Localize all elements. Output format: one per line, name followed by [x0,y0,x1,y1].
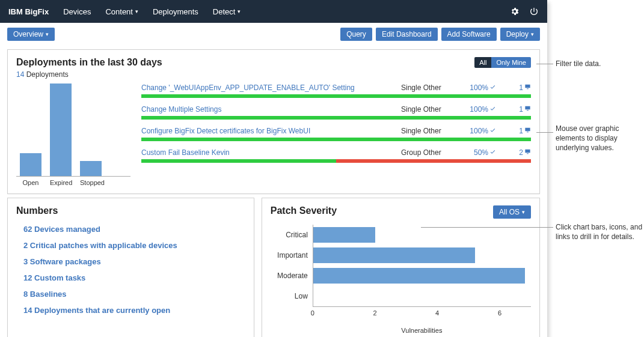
severity-label: Important [271,251,313,260]
numbers-list: 62 Devices managed2 Critical patches wit… [16,221,245,318]
deployment-link[interactable]: Custom Fail Baseline Kevin [141,148,401,157]
brand: IBM BigFix [8,7,49,16]
deployments-tile: Deployments in the last 30 days 14 Deplo… [7,49,540,194]
deployment-percent: 100% [466,105,496,114]
severity-bar-moderate[interactable] [313,268,525,284]
severity-label: Moderate [271,272,313,280]
deployments-bar-chart: Open Expired Stopped [16,83,130,186]
deploy-dropdown[interactable]: Deploy▾ [500,28,540,41]
deployment-percent: 100% [466,127,496,135]
numbers-link[interactable]: 12 Custom tasks [16,270,245,286]
filter-toggle: All Only Mine [474,57,531,68]
deployment-type: Single Other [401,105,449,114]
patch-severity-chart: CriticalImportantModerateLow [271,225,531,306]
annotation-filter: Filter tile data. [556,59,644,68]
nav-content[interactable]: Content▾ [105,7,138,16]
numbers-link[interactable]: 8 Baselines [16,286,245,302]
severity-bar-important[interactable] [313,247,475,263]
deployment-type: Single Other [401,127,449,135]
deployments-title: Deployments in the last 30 days [16,57,162,68]
deployment-type: Single Other [401,83,449,92]
caret-down-icon: ▾ [135,8,138,14]
numbers-link[interactable]: 14 Deployments that are currently open [16,302,245,318]
gear-icon[interactable] [510,7,520,16]
numbers-link[interactable]: 62 Devices managed [16,221,245,237]
deployments-subtitle: 14 Deployments [16,70,162,79]
deployment-progress-bar[interactable] [141,94,531,98]
deployment-row: Change Multiple SettingsSingle Other100%… [141,105,531,120]
numbers-tile: Numbers 62 Devices managed2 Critical pat… [7,198,254,337]
monitor-icon [524,148,531,157]
numbers-title: Numbers [16,205,245,216]
axis-tick: 4 [435,309,439,317]
overview-dropdown[interactable]: Overview▾ [7,28,55,41]
axis-tick: 2 [373,309,377,317]
deployment-progress-bar[interactable] [141,138,531,141]
deployment-link[interactable]: Configure BigFix Detect certificates for… [141,127,401,135]
caret-down-icon: ▾ [522,209,525,215]
action-row: Overview▾ Query Edit Dashboard Add Softw… [0,23,547,46]
top-navbar: IBM BigFix Devices Content▾ Deployments … [0,0,547,23]
query-button[interactable]: Query [340,28,372,41]
bar-open[interactable] [20,153,41,177]
bar-label-expired: Expired [50,179,72,186]
filter-only-mine[interactable]: Only Mine [491,57,531,68]
check-icon [489,83,496,92]
patch-severity-axis: 0 2 4 6 [313,306,531,316]
deployment-progress-bar[interactable] [141,159,531,163]
check-icon [489,148,496,157]
deployments-list: Change '_WebUIAppEnv_APP_UPDATE_ENABLE_A… [141,83,531,186]
axis-tick: 0 [311,309,314,317]
add-software-button[interactable]: Add Software [441,28,497,41]
bar-expired[interactable] [50,83,72,176]
deployment-count: 1 [513,127,531,135]
axis-tick: 6 [498,309,501,317]
bar-label-open: Open [20,179,41,186]
patch-severity-xlabel: Vulnerabilities [313,327,531,334]
deployment-count: 1 [513,105,531,114]
nav-devices[interactable]: Devices [63,7,91,16]
deployment-progress-bar[interactable] [141,116,531,120]
numbers-link[interactable]: 3 Software packages [16,254,245,270]
monitor-icon [524,83,531,92]
monitor-icon [524,105,531,114]
deployment-row: Custom Fail Baseline KevinGroup Other50%… [141,148,531,163]
severity-bar-critical[interactable] [313,227,375,243]
power-icon[interactable] [529,7,539,16]
deployment-row: Configure BigFix Detect certificates for… [141,127,531,141]
severity-label: Critical [271,231,313,239]
deployment-row: Change '_WebUIAppEnv_APP_UPDATE_ENABLE_A… [141,83,531,98]
deployment-type: Group Other [401,148,449,157]
monitor-icon [524,127,531,135]
check-icon [489,105,496,114]
bar-label-stopped: Stopped [80,179,102,186]
deployment-link[interactable]: Change '_WebUIAppEnv_APP_UPDATE_ENABLE_A… [141,83,401,92]
caret-down-icon: ▾ [238,8,241,14]
deployment-count: 2 [513,148,531,157]
patch-severity-tile: Patch Severity All OS▾ CriticalImportant… [262,198,540,337]
edit-dashboard-button[interactable]: Edit Dashboard [376,28,438,41]
caret-down-icon: ▾ [46,31,49,37]
bar-stopped[interactable] [80,161,102,176]
numbers-link[interactable]: 2 Critical patches with applicable devic… [16,237,245,254]
caret-down-icon: ▾ [531,31,534,37]
nav-detect[interactable]: Detect▾ [213,7,241,16]
annotation-hover: Mouse over graphic elements to display u… [556,124,644,153]
all-os-dropdown[interactable]: All OS▾ [493,205,531,219]
deployment-count: 1 [513,83,531,92]
check-icon [489,127,496,135]
severity-label: Low [271,292,313,300]
filter-all[interactable]: All [474,57,491,68]
deployment-percent: 50% [466,148,496,157]
patch-severity-title: Patch Severity [271,205,337,216]
nav-deployments[interactable]: Deployments [153,7,198,16]
deployment-percent: 100% [466,83,496,92]
annotation-click: Click chart bars, icons, and links to dr… [556,222,644,241]
deployment-link[interactable]: Change Multiple Settings [141,105,401,114]
